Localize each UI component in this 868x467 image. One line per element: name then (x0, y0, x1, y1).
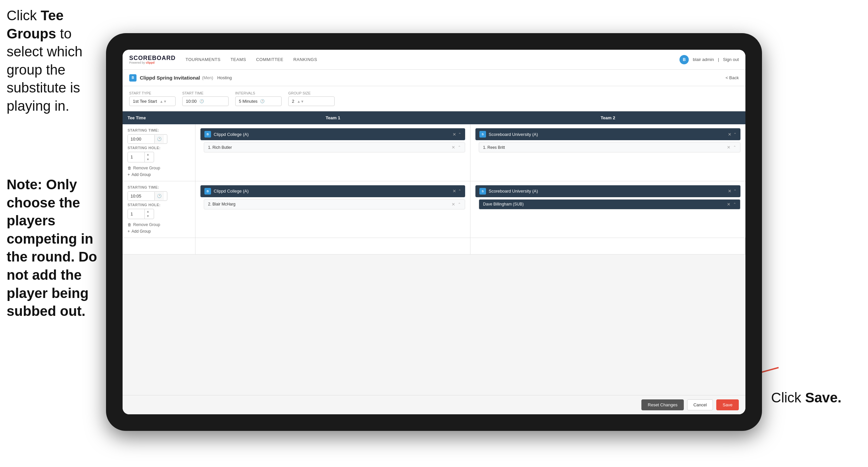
user-avatar: B (680, 55, 689, 64)
partial-team-2 (470, 238, 745, 254)
hole-down-1[interactable]: ▼ (145, 157, 151, 162)
team-logo-1-2: S (479, 131, 486, 138)
group-size-value: 2 (292, 99, 294, 104)
tee-groups: STARTING TIME: 10:00 🕐 STARTING HOLE: 1 … (123, 124, 745, 395)
hole-field-1[interactable]: 1 (128, 152, 145, 162)
start-time-label: Start Time (182, 91, 228, 95)
player-chevron-2-2[interactable]: ⌃ (733, 202, 736, 206)
intervals-clock: 🕐 (260, 99, 265, 104)
start-type-chevron: ▲▼ (160, 99, 167, 104)
team-remove-2-1[interactable]: ✕ (453, 188, 456, 194)
player-remove-1-1[interactable]: ✕ (452, 145, 455, 150)
time-input-2[interactable]: 10:05 🕐 (128, 191, 167, 201)
logo-area: SCOREBOARD Powered by clippd (129, 55, 176, 64)
team-actions-2-1: ✕ ⌃ (453, 188, 461, 194)
hole-input-2[interactable]: 1 ▲ ▼ (128, 209, 154, 220)
hole-down-2[interactable]: ▼ (145, 214, 151, 219)
remove-group-icon-1: 🗑 (128, 166, 131, 170)
start-time-clock: 🕐 (199, 99, 204, 104)
nav-separator: | (718, 57, 719, 62)
team-name-2-2: Scoreboard University (A) (489, 188, 725, 194)
intervals-input[interactable]: 5 Minutes 🕐 (235, 96, 282, 106)
nav-tournaments[interactable]: TOURNAMENTS (186, 56, 221, 63)
hole-up-1[interactable]: ▲ (145, 152, 151, 157)
nav-links: TOURNAMENTS TEAMS COMMITTEE RANKINGS (186, 56, 680, 63)
team-chevron-1-1[interactable]: ⌃ (458, 132, 461, 137)
player-remove-2-2[interactable]: ✕ (727, 202, 731, 207)
save-button[interactable]: Save (716, 399, 739, 410)
team-chevron-2-1[interactable]: ⌃ (458, 189, 461, 193)
click-save-text: Click Save. (771, 390, 841, 406)
starting-time-label-2: STARTING TIME: (128, 185, 190, 189)
hole-up-2[interactable]: ▲ (145, 209, 151, 214)
hole-field-2[interactable]: 1 (128, 209, 145, 218)
team-card-2-1[interactable]: B Clippd College (A) ✕ ⌃ (200, 185, 465, 197)
group-sidebar-2: STARTING TIME: 10:05 🕐 STARTING HOLE: 1 … (123, 181, 195, 238)
team-remove-1-1[interactable]: ✕ (453, 132, 456, 137)
sub-header: B Clippd Spring Invitational (Men) Hosti… (123, 69, 745, 86)
note-bold: Note: Only choose the players competing … (7, 177, 97, 319)
team-name-2-1: Clippd College (A) (214, 188, 450, 194)
team-cell-2-2: S Scoreboard University (A) ✕ ⌃ Dave Bil… (470, 181, 745, 238)
nav-rankings[interactable]: RANKINGS (293, 56, 317, 63)
team-card-1-2[interactable]: S Scoreboard University (A) ✕ ⌃ (475, 128, 740, 140)
start-type-value: 1st Tee Start (133, 99, 157, 104)
add-group-btn-2[interactable]: + Add Group (128, 229, 190, 234)
time-icon-1: 🕐 (154, 135, 164, 143)
player-name-1-2: 1. Rees Britt (483, 145, 724, 150)
remove-group-btn-1[interactable]: 🗑 Remove Group (128, 166, 190, 170)
team-chevron-2-2[interactable]: ⌃ (734, 189, 737, 193)
team-remove-1-2[interactable]: ✕ (728, 132, 732, 137)
th-team1: Team 1 (195, 111, 470, 124)
time-input-1[interactable]: 10:00 🕐 (128, 134, 167, 144)
team-card-2-2[interactable]: S Scoreboard University (A) ✕ ⌃ (475, 185, 740, 197)
nav-committee[interactable]: COMMITTEE (256, 56, 284, 63)
group-size-group: Group Size 2 ▲▼ (288, 91, 335, 106)
start-time-input[interactable]: 10:00 🕐 (182, 96, 228, 106)
player-chevron-1-1[interactable]: ⌃ (458, 145, 461, 149)
intervals-value: 5 Minutes (239, 99, 257, 104)
player-remove-2-1[interactable]: ✕ (452, 202, 455, 207)
time-icon-2: 🕐 (154, 192, 164, 200)
hole-input-1[interactable]: 1 ▲ ▼ (128, 152, 154, 163)
team-remove-2-2[interactable]: ✕ (728, 188, 732, 194)
table-header: Tee Time Team 1 Team 2 (123, 111, 745, 124)
player-chevron-1-2[interactable]: ⌃ (733, 145, 736, 149)
team-name-1-2: Scoreboard University (A) (489, 132, 725, 137)
starting-hole-label-1: STARTING HOLE: (128, 146, 190, 150)
time-field-1[interactable]: 10:00 (128, 135, 154, 144)
group-sidebar-1: STARTING TIME: 10:00 🕐 STARTING HOLE: 1 … (123, 124, 195, 181)
group-size-spinner: ▲▼ (297, 99, 304, 104)
player-card-2-1[interactable]: 2. Blair McHarg ✕ ⌃ (204, 199, 465, 209)
hole-spinners-2[interactable]: ▲ ▼ (145, 209, 151, 219)
back-button[interactable]: < Back (725, 75, 739, 80)
team-chevron-1-2[interactable]: ⌃ (734, 132, 737, 137)
cancel-button[interactable]: Cancel (687, 399, 713, 410)
start-type-group: Start Type 1st Tee Start ▲▼ (129, 91, 176, 106)
logo-scoreboard: SCOREBOARD (129, 55, 176, 61)
start-type-input[interactable]: 1st Tee Start ▲▼ (129, 96, 176, 106)
add-group-btn-1[interactable]: + Add Group (128, 172, 190, 177)
player-chevron-2-1[interactable]: ⌃ (458, 202, 461, 206)
player-card-2-2-sub[interactable]: Dave Billingham (SUB) ✕ ⌃ (479, 199, 740, 209)
group-size-input[interactable]: 2 ▲▼ (288, 96, 335, 106)
player-name-1-1: 1. Rich Butler (208, 145, 449, 150)
team-card-1-1[interactable]: B Clippd College (A) ✕ ⌃ (200, 128, 465, 140)
team-logo-1-1: B (205, 131, 211, 138)
start-type-label: Start Type (129, 91, 176, 95)
main-content: Start Type 1st Tee Start ▲▼ Start Time 1… (123, 86, 745, 395)
hole-spinners-1[interactable]: ▲ ▼ (145, 152, 151, 162)
nav-teams[interactable]: TEAMS (230, 56, 246, 63)
player-card-1-2[interactable]: 1. Rees Britt ✕ ⌃ (479, 142, 740, 152)
tablet-screen: SCOREBOARD Powered by clippd TOURNAMENTS… (123, 50, 745, 414)
intervals-label: Intervals (235, 91, 282, 95)
team-logo-2-1: B (205, 188, 211, 195)
sign-out-link[interactable]: Sign out (723, 57, 739, 62)
team-actions-1-2: ✕ ⌃ (728, 132, 737, 137)
time-field-2[interactable]: 10:05 (128, 192, 154, 201)
group-row-partial (123, 238, 745, 255)
reset-changes-button[interactable]: Reset Changes (641, 399, 684, 410)
player-remove-1-2[interactable]: ✕ (727, 145, 731, 150)
player-card-1-1[interactable]: 1. Rich Butler ✕ ⌃ (204, 142, 465, 152)
remove-group-btn-2[interactable]: 🗑 Remove Group (128, 223, 190, 227)
